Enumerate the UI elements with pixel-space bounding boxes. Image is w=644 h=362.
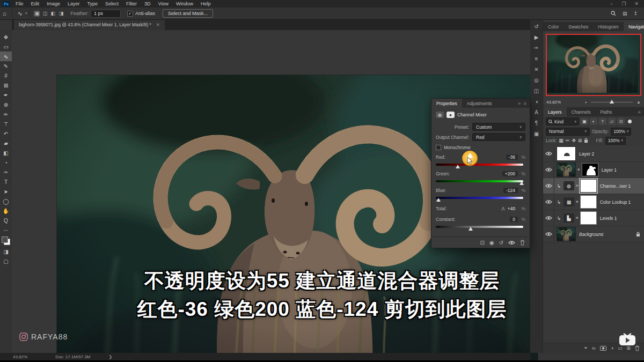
blend-mode-dropdown[interactable]: Normal▾ xyxy=(546,128,590,136)
menu-filter[interactable]: Filter xyxy=(122,1,141,6)
libraries-panel-icon[interactable]: ▣ xyxy=(534,131,539,137)
lasso-tool-preset-icon[interactable]: ∿ xyxy=(15,10,25,17)
path-selection-tool[interactable]: ➤ xyxy=(0,187,12,196)
status-chevron-icon[interactable]: ❯ xyxy=(109,354,113,359)
tab-layers[interactable]: Layers xyxy=(543,107,567,116)
green-slider-thumb[interactable] xyxy=(519,181,524,185)
adjustments-panel-icon[interactable]: ◑ xyxy=(535,99,538,105)
share-icon[interactable]: ↥ xyxy=(633,11,638,16)
zoom-out-icon[interactable]: ▲ xyxy=(584,100,587,104)
filter-pixel-layers-icon[interactable]: ▣ xyxy=(581,118,588,125)
screen-mode-icon[interactable]: ▢ xyxy=(0,256,12,266)
menu-file[interactable]: File xyxy=(12,1,27,6)
visibility-cell[interactable] xyxy=(543,194,554,210)
visibility-cell[interactable] xyxy=(543,146,554,161)
collapse-panel-icon[interactable]: » xyxy=(518,101,521,106)
navigator-zoom-value[interactable]: 43.82% xyxy=(546,100,561,105)
add-layer-mask-icon[interactable] xyxy=(600,346,606,351)
new-adjustment-layer-icon[interactable]: ◑ xyxy=(611,345,613,351)
quick-mask-icon[interactable]: ◨ xyxy=(0,247,12,256)
layer-mask-thumbnail[interactable] xyxy=(582,163,598,176)
color-swatches[interactable] xyxy=(2,237,10,245)
layer-name[interactable]: Layer 2 xyxy=(579,151,594,157)
link-mask-icon[interactable]: ⚭ xyxy=(577,167,581,172)
lock-artboard-icon[interactable]: ⊞ xyxy=(578,138,582,143)
eye-icon[interactable] xyxy=(545,216,552,220)
properties-panel-icon[interactable]: ≡ xyxy=(535,56,538,62)
kind-filter-dropdown[interactable]: Kind ▾ xyxy=(546,117,579,125)
lasso-tool[interactable]: ∿ xyxy=(0,51,12,61)
layer-row-layer1[interactable]: ⚭ Layer 1 xyxy=(543,162,644,178)
document-tab[interactable]: bighorn-3959071.jpg @ 43.8% (Channel Mix… xyxy=(14,19,165,30)
blue-slider-thumb[interactable] xyxy=(436,198,441,202)
menu-window[interactable]: Window xyxy=(172,1,197,6)
visibility-cell[interactable] xyxy=(543,162,554,178)
link-mask-icon[interactable]: ⚭ xyxy=(575,183,579,188)
opacity-input[interactable]: 100%▾ xyxy=(611,128,631,136)
eye-icon[interactable] xyxy=(545,183,552,188)
monochrome-checkbox[interactable] xyxy=(436,145,441,150)
tab-paths[interactable]: Paths xyxy=(595,107,617,116)
layer-row-levels[interactable]: ↳ ▙ ⚭ Levels 1 xyxy=(543,210,644,226)
history-panel-icon[interactable]: ↺ xyxy=(534,24,538,29)
menu-select[interactable]: Select xyxy=(101,1,122,6)
layer-mask-thumbnail[interactable] xyxy=(580,179,597,193)
tab-channels[interactable]: Channels xyxy=(567,107,596,116)
eraser-tool[interactable]: ▰ xyxy=(0,138,12,148)
filter-type-layers-icon[interactable]: T xyxy=(599,118,606,125)
eye-icon[interactable] xyxy=(545,167,552,172)
intersect-selection-icon[interactable]: ◨ xyxy=(58,11,64,17)
tab-adjustments[interactable]: Adjustments xyxy=(462,99,497,108)
layer-name[interactable]: Color Lookup 1 xyxy=(600,200,631,205)
green-slider[interactable] xyxy=(436,180,523,182)
navigator-preview[interactable] xyxy=(546,34,641,96)
menu-image[interactable]: Image xyxy=(43,1,64,6)
layer-name[interactable]: Layer 1 xyxy=(602,167,617,173)
constant-value[interactable]: 0 xyxy=(510,217,518,222)
filter-adjustment-layers-icon[interactable]: ◐ xyxy=(590,118,597,125)
color-lookup-icon[interactable]: ▦ xyxy=(564,197,574,206)
clip-to-layer-icon[interactable]: ⊡ xyxy=(480,240,484,246)
lock-pixels-icon[interactable]: ✏ xyxy=(566,138,570,143)
constant-slider[interactable] xyxy=(436,226,523,228)
filter-shape-layers-icon[interactable]: ▱ xyxy=(608,118,616,125)
green-value[interactable]: +200 xyxy=(502,171,518,176)
tab-color[interactable]: Color xyxy=(543,22,564,31)
constant-slider-thumb[interactable] xyxy=(469,227,473,231)
workspace-icon[interactable]: ▤ xyxy=(623,11,627,16)
layer-effects-icon[interactable]: fx xyxy=(592,346,595,351)
filter-smart-objects-icon[interactable]: ⊡ xyxy=(617,118,625,125)
menu-3d[interactable]: 3D xyxy=(141,1,155,6)
lock-all-icon[interactable] xyxy=(584,138,588,143)
tab-histogram[interactable]: Histogram xyxy=(593,22,624,31)
reset-icon[interactable]: ↺ xyxy=(499,240,503,246)
layer-row-channel-mixer[interactable]: ↳ ◍ ⚭ Channe...ixer 1 xyxy=(543,178,644,194)
frame-tool[interactable]: ⊠ xyxy=(0,80,12,90)
video-channel-icon[interactable] xyxy=(617,330,638,346)
restore-button[interactable]: ❐ xyxy=(621,1,626,6)
info-panel-icon[interactable]: ✕ xyxy=(534,67,538,72)
layer-row-layer2[interactable]: Layer 2 xyxy=(543,146,644,162)
zoom-slider-thumb[interactable] xyxy=(610,100,614,104)
marquee-tool[interactable]: ▭ xyxy=(0,42,12,51)
eye-icon[interactable] xyxy=(545,232,552,237)
layer-name[interactable]: Background xyxy=(579,232,603,237)
close-button[interactable]: ✕ xyxy=(634,1,639,6)
home-icon[interactable]: ⌂ xyxy=(0,10,9,17)
layer-name[interactable]: Levels 1 xyxy=(600,216,617,221)
clone-stamp-tool[interactable]: ⊤ xyxy=(0,119,12,129)
zoom-in-icon[interactable]: ▲ xyxy=(636,100,641,105)
eye-icon[interactable] xyxy=(545,151,552,156)
delete-adjustment-icon[interactable] xyxy=(520,240,525,246)
crop-tool[interactable]: # xyxy=(0,71,12,80)
lock-position-icon[interactable]: ✥ xyxy=(572,138,576,143)
red-slider-thumb[interactable] xyxy=(456,165,460,168)
close-tab-icon[interactable]: ✕ xyxy=(156,22,160,27)
layer-row-color-lookup[interactable]: ↳ ▦ ⚭ Color Lookup 1 xyxy=(543,194,644,210)
timeline-panel-icon[interactable]: ◫ xyxy=(534,88,539,94)
layer-name[interactable]: Channe...ixer 1 xyxy=(600,183,631,189)
search-icon[interactable] xyxy=(611,11,616,16)
blue-value[interactable]: -124 xyxy=(503,188,518,193)
tab-swatches[interactable]: Swatches xyxy=(564,22,593,31)
edit-toolbar-icon[interactable]: ⋯ xyxy=(0,225,12,235)
